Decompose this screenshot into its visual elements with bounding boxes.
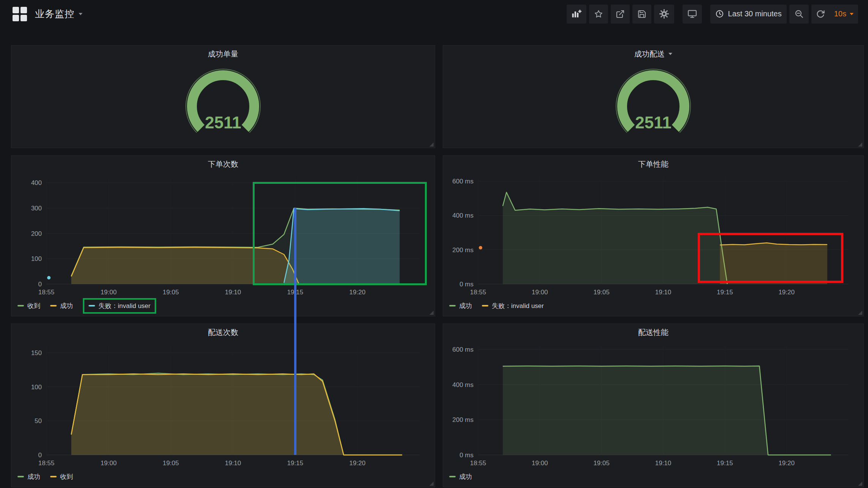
svg-text:19:15: 19:15 <box>717 289 733 296</box>
svg-text:0 ms: 0 ms <box>459 452 474 459</box>
share-icon <box>616 9 625 19</box>
panel-orders-performance: 下单性能 0 ms200 ms400 ms600 ms18:5519:0019:… <box>443 155 864 316</box>
svg-text:100: 100 <box>31 255 42 262</box>
panel-menu-caret-icon <box>668 53 672 55</box>
legend: 成功收到 <box>11 470 435 487</box>
svg-text:400: 400 <box>31 179 42 186</box>
legend-label: 失败：invalid user <box>492 302 544 310</box>
legend-item[interactable]: 成功 <box>449 302 472 310</box>
panel-delivery-success-gauge: 成功配送 2511 <box>443 45 864 148</box>
svg-text:100: 100 <box>31 384 42 391</box>
panel-title: 配送次数 <box>208 327 238 338</box>
svg-text:19:20: 19:20 <box>349 460 366 467</box>
svg-text:19:10: 19:10 <box>225 289 241 296</box>
legend-label: 收到 <box>60 472 73 481</box>
legend-item[interactable]: 成功 <box>50 302 73 310</box>
dashboard-title: 业务监控 <box>35 8 74 20</box>
delivery_perf-chart-canvas[interactable]: 0 ms200 ms400 ms600 ms18:5519:0019:0519:… <box>448 341 858 470</box>
panel-resize-handle[interactable] <box>858 142 862 147</box>
legend: 成功失败：invalid user <box>443 299 863 316</box>
legend-label: 成功 <box>60 302 73 310</box>
refresh-button[interactable] <box>811 5 830 24</box>
panel-orders-success-gauge: 成功单量 2511 <box>11 45 435 148</box>
top-navbar: 业务监控 <box>0 0 868 28</box>
orders_success_gauge-gauge-canvas: 2511 <box>172 68 274 140</box>
time-range-button[interactable]: Last 30 minutes <box>710 5 787 24</box>
svg-text:0: 0 <box>38 452 42 459</box>
svg-text:19:10: 19:10 <box>655 460 672 467</box>
orders_count-chart-canvas[interactable]: 010020030040018:5519:0019:0519:1019:1519… <box>17 172 429 299</box>
svg-text:19:15: 19:15 <box>287 289 303 296</box>
panel-header[interactable]: 下单性能 <box>443 156 863 172</box>
zoom-out-icon <box>794 9 804 19</box>
grid-icon <box>13 7 27 21</box>
share-button[interactable] <box>611 5 630 24</box>
svg-text:18:55: 18:55 <box>470 289 486 296</box>
add-panel-icon <box>572 9 581 18</box>
legend-item[interactable]: 收到 <box>50 472 73 481</box>
legend-item[interactable]: 成功 <box>17 472 40 481</box>
save-button[interactable] <box>632 5 651 24</box>
legend-item-annotated[interactable]: 失败：invalid user <box>83 298 156 314</box>
svg-text:19:10: 19:10 <box>655 289 672 296</box>
toolbar: Last 30 minutes 10s <box>567 5 858 24</box>
grid-square <box>13 7 19 13</box>
legend-swatch-icon <box>89 305 95 306</box>
settings-button[interactable] <box>654 5 674 24</box>
legend-item[interactable]: 失败：invalid user <box>482 302 544 310</box>
grid-square <box>21 7 27 13</box>
legend-swatch-icon <box>449 476 456 477</box>
delivery-count-chart[interactable]: 05010015018:5519:0019:0519:1019:1519:20 <box>17 341 429 470</box>
panel-title: 配送性能 <box>638 327 668 338</box>
svg-text:200 ms: 200 ms <box>452 416 474 423</box>
svg-text:400 ms: 400 ms <box>452 212 474 219</box>
panel-header[interactable]: 配送性能 <box>443 324 863 341</box>
svg-text:2511: 2511 <box>635 113 671 132</box>
zoom-out-button[interactable] <box>789 5 809 24</box>
svg-text:19:05: 19:05 <box>593 460 610 467</box>
panel-title: 成功配送 <box>634 49 665 59</box>
legend-label: 成功 <box>459 472 472 481</box>
panel-header[interactable]: 下单次数 <box>11 156 435 172</box>
delivery_count-chart-canvas[interactable]: 05010015018:5519:0019:0519:1019:1519:20 <box>17 341 429 470</box>
add-panel-button[interactable] <box>567 5 586 24</box>
panel-resize-handle[interactable] <box>858 482 862 486</box>
svg-text:19:00: 19:00 <box>100 289 117 296</box>
time-range-label: Last 30 minutes <box>728 9 782 18</box>
orders-performance-chart[interactable]: 0 ms200 ms400 ms600 ms18:5519:0019:0519:… <box>448 172 858 299</box>
dashboard-title-dropdown[interactable]: 业务监控 <box>35 8 82 20</box>
legend-label: 成功 <box>459 302 472 310</box>
svg-text:19:10: 19:10 <box>225 460 241 467</box>
apps-menu-button[interactable] <box>11 6 28 22</box>
svg-text:19:05: 19:05 <box>163 289 179 296</box>
panel-resize-handle[interactable] <box>429 482 434 486</box>
panel-resize-handle[interactable] <box>429 142 434 147</box>
monitor-icon <box>687 9 697 19</box>
panel-header[interactable]: 成功单量 <box>11 46 435 62</box>
refresh-interval-dropdown[interactable]: 10s <box>830 5 858 24</box>
panel-header[interactable]: 配送次数 <box>11 324 435 341</box>
refresh-controls: 10s <box>811 5 858 24</box>
svg-text:19:00: 19:00 <box>532 460 548 467</box>
panel-delivery-performance: 配送性能 0 ms200 ms400 ms600 ms18:5519:0019:… <box>443 324 864 487</box>
panel-resize-handle[interactable] <box>429 311 434 315</box>
legend-swatch-icon <box>17 476 24 477</box>
orders-count-chart[interactable]: 010020030040018:5519:0019:0519:1019:1519… <box>17 172 429 299</box>
save-icon <box>637 9 646 19</box>
svg-text:600 ms: 600 ms <box>452 346 474 353</box>
svg-text:50: 50 <box>35 417 42 425</box>
legend-item[interactable]: 成功 <box>449 472 472 481</box>
panel-orders-count: 下单次数 010020030040018:5519:0019:0519:1019… <box>11 155 435 316</box>
legend-item[interactable]: 收到 <box>17 302 40 310</box>
gauge: 2511 <box>443 62 863 148</box>
tv-mode-button[interactable] <box>683 5 702 24</box>
star-icon <box>594 9 603 19</box>
panel-header[interactable]: 成功配送 <box>443 46 863 62</box>
svg-text:0 ms: 0 ms <box>459 281 474 288</box>
panel-resize-handle[interactable] <box>858 311 862 315</box>
delivery-performance-chart[interactable]: 0 ms200 ms400 ms600 ms18:5519:0019:0519:… <box>448 341 858 470</box>
orders_perf-chart-canvas[interactable]: 0 ms200 ms400 ms600 ms18:5519:0019:0519:… <box>448 172 858 299</box>
svg-text:19:05: 19:05 <box>593 289 610 296</box>
star-button[interactable] <box>589 5 608 24</box>
panel-title: 下单次数 <box>208 159 238 169</box>
